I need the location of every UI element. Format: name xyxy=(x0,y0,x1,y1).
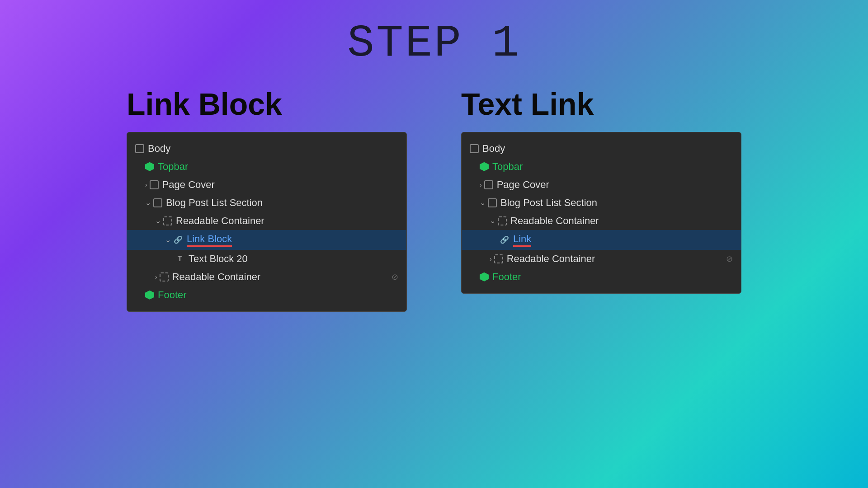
left-text-block-label: Text Block 20 xyxy=(189,253,248,265)
right-body-label: Body xyxy=(482,143,505,155)
right-column-title: Text Link xyxy=(461,87,594,121)
right-column: Text Link Body Topbar Page Cover xyxy=(461,87,741,294)
left-column-title: Link Block xyxy=(127,87,282,121)
right-blog-post-item[interactable]: Blog Post List Section xyxy=(462,194,741,212)
chevron-right-icon xyxy=(490,255,492,263)
left-blog-post-label: Blog Post List Section xyxy=(166,197,263,209)
left-body-item[interactable]: Body xyxy=(127,140,406,158)
left-blog-post-item[interactable]: Blog Post List Section xyxy=(127,194,406,212)
component-icon xyxy=(145,162,154,171)
right-link-item[interactable]: 🔗 Link xyxy=(462,230,741,250)
left-column: Link Block Body Topbar Page Cover xyxy=(127,87,407,312)
chevron-down-icon xyxy=(155,216,161,225)
left-readable-container-1-label: Readable Container xyxy=(176,215,264,227)
box-dash-icon xyxy=(160,272,169,282)
left-topbar-label: Topbar xyxy=(158,161,188,173)
right-topbar-item[interactable]: Topbar xyxy=(462,158,741,176)
left-page-cover-label: Page Cover xyxy=(162,179,215,191)
box-icon xyxy=(470,144,479,153)
right-footer-label: Footer xyxy=(492,271,521,283)
left-readable-container-2-item[interactable]: Readable Container ⊘ xyxy=(127,268,406,286)
box-dash-icon xyxy=(498,216,507,225)
right-topbar-label: Topbar xyxy=(492,161,523,173)
box-icon xyxy=(150,180,159,189)
left-readable-container-1-item[interactable]: Readable Container xyxy=(127,212,406,230)
chevron-down-icon xyxy=(165,235,171,244)
box-icon xyxy=(484,180,493,189)
right-readable-container-1-label: Readable Container xyxy=(510,215,599,227)
right-link-label: Link xyxy=(513,233,531,247)
left-tree-panel: Body Topbar Page Cover Blog Post List xyxy=(127,132,407,312)
left-footer-label: Footer xyxy=(158,289,187,301)
link-icon: 🔗 xyxy=(173,235,183,245)
right-blog-post-label: Blog Post List Section xyxy=(500,197,597,209)
right-page-cover-item[interactable]: Page Cover xyxy=(462,176,741,194)
chevron-right-icon xyxy=(155,273,157,281)
eye-slash-icon: ⊘ xyxy=(726,254,733,264)
left-page-cover-item[interactable]: Page Cover xyxy=(127,176,406,194)
right-readable-container-1-item[interactable]: Readable Container xyxy=(462,212,741,230)
left-text-block-item[interactable]: T Text Block 20 xyxy=(127,250,406,268)
box-icon xyxy=(153,198,162,207)
right-page-cover-label: Page Cover xyxy=(497,179,549,191)
right-readable-container-2-label: Readable Container xyxy=(507,253,595,265)
box-dash-icon xyxy=(163,216,172,225)
chevron-right-icon xyxy=(480,181,482,188)
chevron-down-icon xyxy=(490,216,495,225)
right-tree-panel: Body Topbar Page Cover Blog Post List xyxy=(461,132,741,294)
eye-slash-icon: ⊘ xyxy=(392,272,398,282)
left-topbar-item[interactable]: Topbar xyxy=(127,158,406,176)
component-icon xyxy=(145,291,154,300)
page-title: STEP 1 xyxy=(347,18,521,69)
component-icon xyxy=(480,272,489,282)
chevron-right-icon xyxy=(145,181,147,188)
box-icon xyxy=(488,198,497,207)
text-icon: T xyxy=(175,254,185,264)
left-footer-item[interactable]: Footer xyxy=(127,286,406,304)
left-readable-container-2-label: Readable Container xyxy=(172,271,261,283)
right-body-item[interactable]: Body xyxy=(462,140,741,158)
columns-container: Link Block Body Topbar Page Cover xyxy=(36,87,832,312)
box-dash-icon xyxy=(494,254,503,263)
left-body-label: Body xyxy=(148,143,170,155)
component-icon xyxy=(480,162,489,171)
chevron-down-icon xyxy=(145,198,151,207)
chevron-down-icon xyxy=(480,198,486,207)
box-icon xyxy=(135,144,144,153)
right-footer-item[interactable]: Footer xyxy=(462,268,741,286)
right-readable-container-2-item[interactable]: Readable Container ⊘ xyxy=(462,250,741,268)
left-link-block-item[interactable]: 🔗 Link Block xyxy=(127,230,406,250)
link-icon: 🔗 xyxy=(500,235,509,245)
left-link-block-label: Link Block xyxy=(187,233,232,247)
